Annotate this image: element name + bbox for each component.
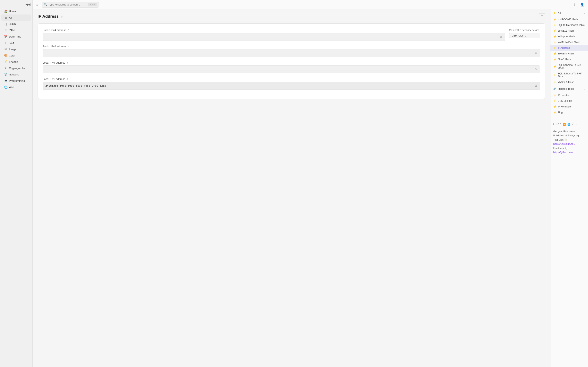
ipv4-local-label: Local IPv4 address ↻ — [43, 61, 540, 64]
ipv6-local-label: Local IPv6 address ↻ — [43, 77, 540, 81]
network-device-label: Select the network device: — [509, 29, 540, 32]
sidebar-label: Date/Time — [9, 35, 21, 38]
panel-item-sql-schema-to-go-struct[interactable]: ⚡SQL Schema To GO Struct — [550, 62, 588, 71]
panel-item-label: YAML To Dart Class — [558, 41, 580, 44]
related-item-label: IP Location — [558, 94, 570, 97]
sidebar-item-programming[interactable]: 💻Programming — [1, 78, 31, 84]
ipv4-local-input[interactable] — [45, 68, 534, 71]
network-device-select[interactable]: DEFAULT ⌄ — [509, 33, 540, 38]
home-icon: 🏠 — [4, 9, 7, 13]
related-item-—[interactable]: — — [550, 115, 588, 121]
share-button[interactable]: ⇧ — [572, 2, 577, 7]
version-bar[interactable]: ℹ 1.0.0 📶 🌐 ✓ ⌄ — [550, 121, 588, 127]
sidebar-label: Network — [9, 73, 19, 76]
panel-item-sql-schema-to-swift-struct[interactable]: ⚡SQL Schema To Swift Struct — [550, 71, 588, 79]
sidebar-item-encode[interactable]: ⚡Encode — [1, 59, 31, 65]
published-date: Published at: 5 days ago — [553, 133, 585, 138]
all-icon: ⊞ — [4, 16, 7, 19]
sidebar-item-json[interactable]: { }JSON — [1, 21, 31, 27]
image-icon: 🖼 — [4, 48, 7, 51]
related-item-ip-formatter[interactable]: ⚡IP Formatter — [550, 104, 588, 109]
collapse-icon: ◀◀ — [26, 2, 30, 6]
feedback-label: Feedback: — [553, 147, 565, 150]
favorite-button[interactable]: ☆ — [61, 15, 63, 18]
sidebar-item-all[interactable]: ⊞All — [1, 15, 31, 21]
sidebar-item-image[interactable]: 🖼Image — [1, 46, 31, 52]
all-section: ⚡ All ⌄ ⚡HMAC-SM3 Hash⚡SQL to Markdown T… — [550, 9, 588, 85]
sidebar-item-cryptography[interactable]: ✦Cryptography — [1, 65, 31, 71]
panel-item-label: HMAC-SM3 Hash — [558, 18, 578, 21]
panel-item-ip-address[interactable]: ⚡IP Address — [550, 45, 588, 51]
json-icon: { } — [4, 22, 7, 25]
panel-item-label: SHA384 Hash — [558, 52, 574, 55]
ipv4-public-label: Public IPv4 address ↗ — [43, 29, 505, 32]
all-section-label: All — [558, 11, 561, 15]
panel-item-icon: ⚡ — [553, 29, 556, 32]
tool-link-row: Tool Link: 📋 https://t.he3app.co... — [553, 138, 585, 146]
page-title: IP Address — [38, 14, 59, 19]
home-button[interactable]: ⌂ — [35, 2, 40, 7]
sidebar-item-text[interactable]: TText — [1, 40, 31, 46]
all-section-header[interactable]: ⚡ All ⌄ — [550, 9, 588, 17]
sidebar-item-network[interactable]: 📡Network — [1, 71, 31, 77]
ipv6-local-input[interactable] — [45, 84, 534, 87]
tool-header: IP Address ☆ ◫ — [38, 13, 545, 19]
panel-item-sha512-hash[interactable]: ⚡SHA512 Hash — [550, 28, 588, 34]
related-item-label: DNS Lookup — [558, 100, 572, 102]
related-item-dns-lookup[interactable]: ⚡DNS Lookup — [550, 98, 588, 104]
right-panel: ⚡ All ⌄ ⚡HMAC-SM3 Hash⚡SQL to Markdown T… — [550, 9, 588, 367]
panel-item-mysql5-hash[interactable]: ⚡MySQL5 Hash — [550, 79, 588, 85]
ipv6-public-input[interactable] — [45, 52, 534, 55]
sidebar-label: Programming — [9, 79, 25, 82]
panel-item-label: IP Address — [558, 47, 570, 49]
collapse-panel-button[interactable]: ◫ — [539, 13, 545, 19]
panel-item-icon: ⚡ — [553, 74, 556, 76]
network-chevron-icon: ⌄ — [525, 34, 527, 37]
ipv6-local-refresh-icon[interactable]: ↻ — [67, 78, 69, 81]
panel-item-whirlpool-hash[interactable]: ⚡Whirlpool Hash — [550, 34, 588, 39]
panel-item-icon: ⚡ — [553, 18, 556, 21]
ipv4-local-refresh-icon[interactable]: ↻ — [67, 61, 69, 64]
panel-item-sql-to-markdown-table[interactable]: ⚡SQL to Markdown Table — [550, 22, 588, 28]
ipv6-public-label: Public IPv6 address ↗ — [43, 45, 540, 48]
check-icon: ✓ — [572, 123, 574, 126]
sidebar-toggle[interactable]: ◀◀ — [0, 2, 33, 8]
version-info: Get your IP address Published at: 5 days… — [550, 127, 588, 157]
panel-item-icon: ⚡ — [553, 65, 556, 68]
panel-item-hmac-sm3-hash[interactable]: ⚡HMAC-SM3 Hash — [550, 17, 588, 22]
panel-item-label: MySQL5 Hash — [558, 81, 574, 83]
version-description: Get your IP address — [553, 129, 585, 133]
feedback-link[interactable]: https://github.com/... — [553, 151, 575, 154]
user-button[interactable]: 👤 — [579, 2, 586, 7]
panel-item-icon: ⚡ — [553, 35, 556, 38]
ipv6-public-copy-button[interactable]: ⧉ — [534, 51, 537, 55]
datetime-icon: 📅 — [4, 35, 7, 38]
related-section-label: Related Tools — [558, 87, 574, 90]
tool-link[interactable]: https://t.he3app.co... — [553, 142, 576, 145]
panel-item-yaml-to-dart-class[interactable]: ⚡YAML To Dart Class — [550, 39, 588, 45]
related-item-ping[interactable]: ⚡Ping — [550, 109, 588, 115]
panel-item-sha384-hash[interactable]: ⚡SHA384 Hash — [550, 51, 588, 57]
wifi-icon: 📶 — [563, 123, 566, 126]
search-input[interactable] — [48, 3, 87, 6]
sidebar-item-datetime[interactable]: 📅Date/Time — [1, 33, 31, 40]
ipv6-local-copy-button[interactable]: ⧉ — [534, 83, 537, 88]
sidebar-label: All — [9, 16, 12, 19]
sidebar-item-color[interactable]: 🎨Color — [1, 52, 31, 58]
sidebar-item-home[interactable]: 🏠Home — [1, 8, 31, 14]
related-item-ip-location[interactable]: ⚡IP Location — [550, 92, 588, 98]
ipv4-public-input[interactable] — [45, 35, 499, 38]
panel-item-label: Whirlpool Hash — [558, 35, 575, 38]
network-device-value: DEFAULT — [511, 34, 523, 37]
ipv4-local-copy-button[interactable]: ⧉ — [534, 67, 537, 72]
sidebar-item-web[interactable]: 🌐Web — [1, 84, 31, 90]
ipv4-public-field: ⧉ — [43, 33, 505, 41]
ipv4-local-field: ⧉ — [43, 66, 540, 73]
related-section-header[interactable]: 🔗 Related Tools ⌄ — [550, 85, 588, 92]
ipv4-public-copy-button[interactable]: ⧉ — [499, 35, 502, 39]
sidebar-item-yaml[interactable]: ≡YAML — [1, 27, 31, 33]
content: IP Address ☆ ◫ Public IPv4 address ↗ ⧉ — [33, 9, 588, 367]
topbar-actions: ⇧ 👤 — [572, 2, 586, 7]
sidebar-label: Image — [9, 48, 16, 51]
panel-item-sha0-hash[interactable]: ⚡SHA0 Hash — [550, 57, 588, 62]
